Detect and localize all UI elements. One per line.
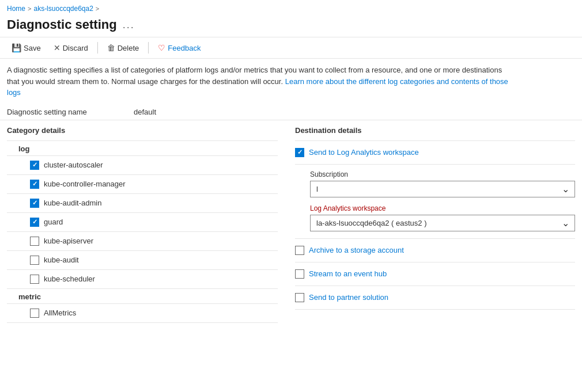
stream-event-hub-row[interactable]: Stream to an event hub xyxy=(295,264,575,284)
stream-label: Stream to an event hub xyxy=(309,269,387,278)
log-item-kube-audit: kube-audit xyxy=(7,251,278,269)
toolbar-separator-2 xyxy=(148,42,149,54)
breadcrumb-sep1: > xyxy=(28,5,31,12)
save-label: Save xyxy=(24,44,41,52)
checkbox-archive[interactable] xyxy=(295,246,304,255)
save-icon: 💾 xyxy=(12,43,21,52)
discard-label: Discard xyxy=(63,44,88,52)
send-to-log-analytics-label: Send to Log Analytics workspace xyxy=(309,148,419,157)
breadcrumb-sep2: > xyxy=(96,5,99,12)
partner-solution-row[interactable]: Send to partner solution xyxy=(295,287,575,308)
checkbox-cluster-autoscaler[interactable] xyxy=(30,161,39,170)
description-box: A diagnostic setting specifies a list of… xyxy=(0,59,519,104)
setting-name-label: Diagnostic setting name xyxy=(7,108,122,116)
log-item-cluster-autoscaler: cluster-autoscaler xyxy=(7,156,278,174)
log-analytics-label: Log Analytics workspace xyxy=(310,204,575,212)
checkbox-kube-audit[interactable] xyxy=(30,256,39,265)
main-content: Category details log cluster-autoscaler … xyxy=(0,120,582,329)
label-kube-audit: kube-audit xyxy=(44,256,79,264)
log-analytics-select-wrapper: la-aks-lsuoccqde6qa2 ( eastus2 ) xyxy=(310,215,575,231)
log-item-guard: guard xyxy=(7,213,278,231)
dest-divider-2 xyxy=(295,164,575,165)
label-guard: guard xyxy=(44,218,63,226)
feedback-button[interactable]: ♡ Feedback xyxy=(153,41,205,55)
checkbox-partner[interactable] xyxy=(295,293,304,302)
checkbox-kube-audit-admin[interactable] xyxy=(30,199,39,208)
subscription-select-wrapper: l xyxy=(310,181,575,197)
archive-label: Archive to a storage account xyxy=(309,246,404,254)
log-item-kube-controller-manager: kube-controller-manager xyxy=(7,175,278,193)
dest-divider-5 xyxy=(295,286,575,286)
breadcrumb-resource[interactable]: aks-lsuoccqde6qa2 xyxy=(33,5,93,13)
dest-divider-4 xyxy=(295,262,575,262)
dest-divider-6 xyxy=(295,309,575,310)
toolbar-separator xyxy=(97,42,98,54)
checkbox-kube-apiserver[interactable] xyxy=(30,237,39,246)
setting-name-value: default xyxy=(134,108,156,116)
breadcrumb: Home > aks-lsuoccqde6qa2 > xyxy=(0,0,582,15)
discard-icon: ✕ xyxy=(54,43,61,52)
page-title: Diagnostic setting xyxy=(7,17,117,32)
destination-panel: Destination details Send to Log Analytic… xyxy=(289,126,575,323)
breadcrumb-home[interactable]: Home xyxy=(7,5,25,13)
destination-panel-title: Destination details xyxy=(295,126,575,135)
discard-button[interactable]: ✕ Discard xyxy=(49,41,93,55)
metric-section-header: metric xyxy=(7,289,278,303)
divider-allmetrics xyxy=(7,322,278,323)
delete-label: Delete xyxy=(118,44,139,52)
checkbox-allmetrics[interactable] xyxy=(30,309,39,318)
metric-item-allmetrics: AllMetrics xyxy=(7,304,278,322)
log-analytics-select[interactable]: la-aks-lsuoccqde6qa2 ( eastus2 ) xyxy=(310,215,575,231)
label-allmetrics: AllMetrics xyxy=(44,309,76,317)
category-panel-title: Category details xyxy=(7,126,278,135)
feedback-label: Feedback xyxy=(168,44,201,52)
subscription-label: Subscription xyxy=(310,170,575,178)
checkbox-send-log-analytics[interactable] xyxy=(295,148,304,157)
label-kube-controller-manager: kube-controller-manager xyxy=(44,180,126,188)
toolbar: 💾 Save ✕ Discard 🗑 Delete ♡ Feedback xyxy=(0,37,582,59)
log-item-kube-scheduler: kube-scheduler xyxy=(7,270,278,288)
log-section-header: log xyxy=(7,141,278,155)
log-analytics-field: Log Analytics workspace la-aks-lsuoccqde… xyxy=(310,204,575,231)
save-button[interactable]: 💾 Save xyxy=(7,41,46,55)
log-item-kube-apiserver: kube-apiserver xyxy=(7,232,278,250)
send-to-log-analytics-row[interactable]: Send to Log Analytics workspace xyxy=(295,142,575,163)
label-kube-apiserver: kube-apiserver xyxy=(44,237,93,245)
category-panel: Category details log cluster-autoscaler … xyxy=(7,126,289,323)
feedback-icon: ♡ xyxy=(158,43,165,52)
more-options-icon[interactable]: ... xyxy=(123,19,135,31)
subscription-select[interactable]: l xyxy=(310,181,575,197)
checkbox-kube-scheduler[interactable] xyxy=(30,275,39,284)
checkbox-guard[interactable] xyxy=(30,218,39,227)
checkbox-kube-controller-manager[interactable] xyxy=(30,180,39,189)
page-header: Diagnostic setting ... xyxy=(0,15,582,37)
archive-storage-row[interactable]: Archive to a storage account xyxy=(295,240,575,261)
dest-divider-1 xyxy=(295,140,575,141)
subscription-field: Subscription l xyxy=(310,170,575,197)
setting-name-row: Diagnostic setting name default xyxy=(0,104,582,120)
dest-divider-3 xyxy=(295,238,575,239)
log-item-kube-audit-admin: kube-audit-admin xyxy=(7,194,278,212)
label-kube-scheduler: kube-scheduler xyxy=(44,275,95,283)
delete-button[interactable]: 🗑 Delete xyxy=(103,41,144,55)
checkbox-stream[interactable] xyxy=(295,269,304,279)
delete-icon: 🗑 xyxy=(107,43,115,52)
partner-label: Send to partner solution xyxy=(309,293,388,302)
label-kube-audit-admin: kube-audit-admin xyxy=(44,199,101,207)
label-cluster-autoscaler: cluster-autoscaler xyxy=(44,161,103,169)
